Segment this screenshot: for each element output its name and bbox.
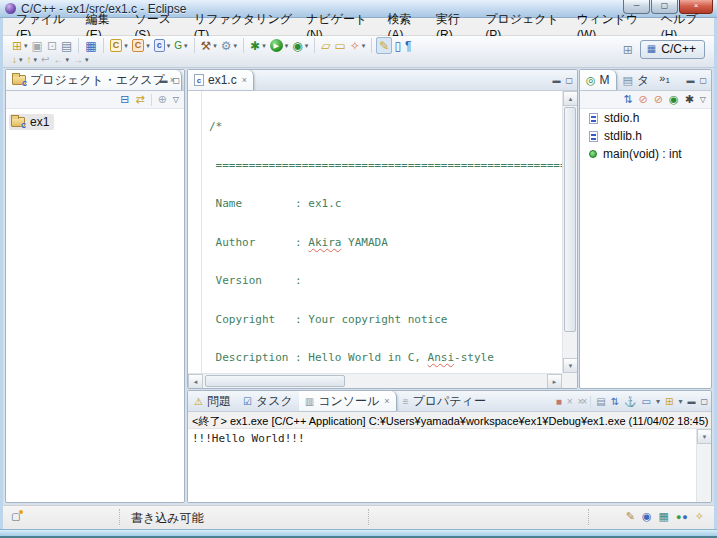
tab-outline[interactable]: ▤ タ <box>617 70 656 90</box>
outline-tab-bar: ◎ M ▤ タ » 1 ▬ ▢ <box>580 70 711 91</box>
new-c-project-button[interactable]: C▾ <box>108 37 130 54</box>
remove-launch-icon[interactable]: × <box>567 396 573 407</box>
outline-item-stdio[interactable]: stdio.h <box>580 109 711 127</box>
display-console-icon[interactable]: ▭ <box>642 396 651 407</box>
open-type-icon: ▱ <box>321 40 330 52</box>
maximize-view-icon[interactable]: ▢ <box>172 76 180 85</box>
open-type-button[interactable]: ▱ <box>319 37 332 54</box>
highlighter-icon: ✎ <box>379 40 389 52</box>
scroll-lock-icon[interactable]: ⇅ <box>611 396 619 407</box>
outline-item-stdlib[interactable]: stdlib.h <box>580 127 711 145</box>
filter-icon[interactable]: ⊕ <box>158 93 167 106</box>
scroll-right-icon[interactable]: ► <box>547 374 562 389</box>
star-icon[interactable]: ✧ <box>695 510 704 523</box>
external-tools-button[interactable]: ◉▾ <box>290 37 310 54</box>
close-icon[interactable]: × <box>242 75 247 85</box>
scrollbar-thumb[interactable] <box>205 375 345 387</box>
view-menu-icon[interactable]: ▽ <box>173 95 179 104</box>
tab-properties[interactable]: ≡ プロパティー <box>397 391 492 411</box>
close-icon[interactable]: × <box>384 396 389 406</box>
code-line: Description : Hello World in C, Ansi-sty… <box>209 352 562 365</box>
tab-overflow-chevron[interactable]: » 1 <box>655 70 674 90</box>
editor-vertical-scrollbar[interactable]: ▲ ▼ <box>562 91 577 373</box>
print-button[interactable]: ▤ <box>59 37 74 54</box>
clear-console-icon[interactable]: ▤ <box>596 396 605 407</box>
minimize-view-icon[interactable]: ▬ <box>552 76 560 85</box>
open-console-icon[interactable]: ⊞ <box>665 396 673 407</box>
remove-all-launches-icon[interactable]: ×× <box>578 396 586 407</box>
console-vertical-scrollbar[interactable]: ▲ ▼ <box>696 429 711 502</box>
minimize-view-icon[interactable]: ▬ <box>159 76 167 85</box>
green-dot-icon[interactable]: ● <box>676 512 681 522</box>
pin-console-icon[interactable]: ⚓ <box>624 396 636 407</box>
collapse-all-icon[interactable]: ⊟ <box>120 93 129 106</box>
scroll-left-icon[interactable]: ◄ <box>188 374 203 389</box>
dropdown-arrow-icon[interactable]: ▾ <box>656 397 660 406</box>
tab-make-targets[interactable]: ◎ M <box>580 70 617 90</box>
save-all-button[interactable]: ⊡ <box>45 37 59 54</box>
project-tree[interactable]: ex1 <box>6 109 184 135</box>
tab-problems[interactable]: ⚠ 問題 <box>188 391 237 411</box>
tab-tasks[interactable]: ☑ タスク <box>237 391 299 411</box>
console-output[interactable]: !!!Hello World!!! <box>188 429 696 502</box>
globe-icon[interactable]: ◉ <box>642 510 652 523</box>
show-whitespace-button[interactable]: ¶ <box>403 37 413 54</box>
maximize-view-icon[interactable]: ▢ <box>700 397 708 406</box>
tab-ex1c[interactable]: c ex1.c × <box>188 70 254 90</box>
editor-tab-label: ex1.c <box>208 73 237 87</box>
console-tab-bar: ⚠ 問題 ☑ タスク ▥ コンソール × ≡ プロパティー ■ × ×× ▤ <box>188 391 711 412</box>
prev-annotation-button[interactable]: ↑▾ <box>25 54 40 67</box>
new-c-file-button[interactable]: c▾ <box>152 37 173 54</box>
link-with-editor-icon[interactable]: ⇄ <box>135 93 144 106</box>
minimize-view-icon[interactable]: ▬ <box>687 397 695 406</box>
build-settings-button[interactable]: ⚙▾ <box>219 37 239 54</box>
open-perspective-icon[interactable]: ⊞ <box>623 44 633 56</box>
code-editor[interactable]: /* =====================================… <box>203 91 562 373</box>
perspective-cpp-button[interactable]: ▦ C/C++ <box>640 40 705 59</box>
next-annotation-button[interactable]: ↓▾ <box>10 54 25 67</box>
fast-view-icon[interactable]: ▢ <box>11 511 20 522</box>
last-edit-location-button[interactable]: ↩ <box>39 54 51 67</box>
maximize-view-icon[interactable]: ▢ <box>699 76 707 85</box>
editor-horizontal-scrollbar[interactable]: ◄ ► <box>188 373 562 388</box>
pen-icon[interactable]: ✎ <box>626 510 635 523</box>
show-public-icon[interactable]: ◉ <box>669 93 679 106</box>
hide-fields-icon[interactable]: ⊘ <box>639 93 648 106</box>
view-menu-icon[interactable]: ▽ <box>700 95 706 104</box>
sort-icon[interactable]: ⇅ <box>623 93 632 106</box>
hide-static-icon[interactable]: ⊘ <box>654 93 663 106</box>
scrollbar-thumb[interactable] <box>564 107 576 332</box>
tree-item-ex1[interactable]: ex1 <box>9 114 54 130</box>
annotation-ruler[interactable] <box>188 91 202 373</box>
blue-dot-icon[interactable]: ● <box>682 512 687 522</box>
forward-button[interactable]: →▾ <box>71 54 91 67</box>
maximize-view-icon[interactable]: ▢ <box>565 76 573 85</box>
outline-item-main[interactable]: main(void) : int <box>580 145 711 163</box>
hide-inactive-icon[interactable]: ✱ <box>685 93 694 106</box>
debug-button[interactable]: ✱▾ <box>248 37 268 54</box>
block-selection-button[interactable]: ▯ <box>392 37 403 54</box>
open-resource-button[interactable]: ▭ <box>332 37 347 54</box>
build-config-button[interactable]: ▦ <box>83 37 98 54</box>
minimize-view-icon[interactable]: ▬ <box>686 76 694 85</box>
tab-console[interactable]: ▥ コンソール × <box>299 391 397 411</box>
back-button[interactable]: ←▾ <box>51 54 71 67</box>
explorer-tab-bar: プロジェクト・エクスプ × ▬ ▢ <box>6 70 184 91</box>
new-wizard-button[interactable]: ⊞▾ <box>10 37 30 54</box>
search-button[interactable]: ✧▾ <box>348 37 368 54</box>
tab-project-explorer[interactable]: プロジェクト・エクスプ × <box>6 70 182 90</box>
toggle-highlight-button[interactable]: ✎ <box>376 37 392 54</box>
outline-list[interactable]: stdio.h stdlib.h main(void) : int <box>580 109 711 163</box>
build-button[interactable]: ⚒▾ <box>199 37 219 54</box>
image-icon[interactable]: ▦ <box>659 510 669 523</box>
terminate-icon[interactable]: ■ <box>556 396 562 407</box>
dropdown-arrow-icon[interactable]: ▾ <box>678 397 682 406</box>
repeat-build-button[interactable]: G▾ <box>172 37 189 54</box>
search-flashlight-icon: ✧ <box>350 40 360 52</box>
scroll-down-icon[interactable]: ▼ <box>563 358 578 373</box>
save-button[interactable]: ▣ <box>30 37 45 54</box>
run-button[interactable]: ▶▾ <box>268 37 291 54</box>
new-cpp-project-button[interactable]: C▾ <box>130 37 152 54</box>
scroll-up-icon[interactable]: ▲ <box>563 91 578 106</box>
scroll-down-icon[interactable]: ▼ <box>697 429 712 444</box>
